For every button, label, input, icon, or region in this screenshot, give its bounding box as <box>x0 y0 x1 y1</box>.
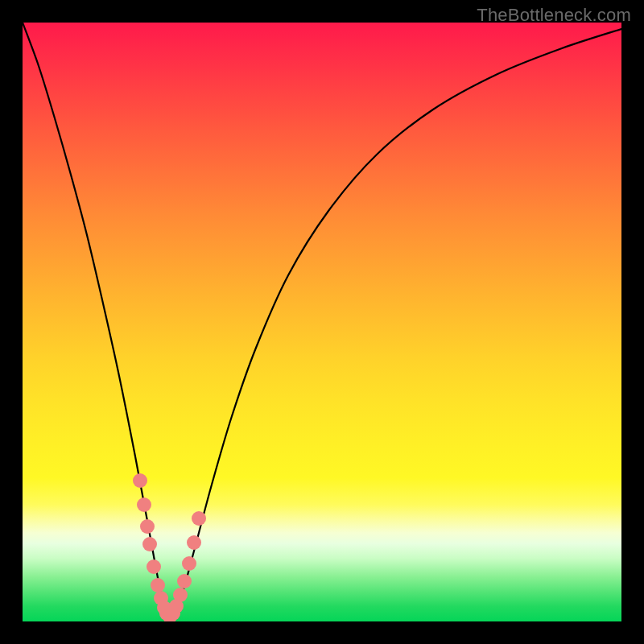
highlight-marker <box>173 588 188 602</box>
highlight-marker <box>133 473 147 488</box>
chart-frame: TheBottleneck.com <box>0 0 644 644</box>
highlight-marker <box>140 519 155 534</box>
bottleneck-curve-path <box>23 23 621 618</box>
highlight-marker <box>137 497 151 512</box>
watermark-text: TheBottleneck.com <box>477 5 631 26</box>
highlight-marker <box>187 535 201 550</box>
highlight-marker <box>142 537 157 551</box>
highlight-marker <box>147 559 161 574</box>
plot-area <box>23 23 621 621</box>
highlight-marker <box>177 574 192 588</box>
highlight-marker <box>192 511 206 526</box>
highlight-marker <box>151 578 165 592</box>
highlight-marker <box>182 556 196 571</box>
highlight-markers <box>133 473 206 621</box>
bottleneck-curve-svg <box>23 23 621 621</box>
